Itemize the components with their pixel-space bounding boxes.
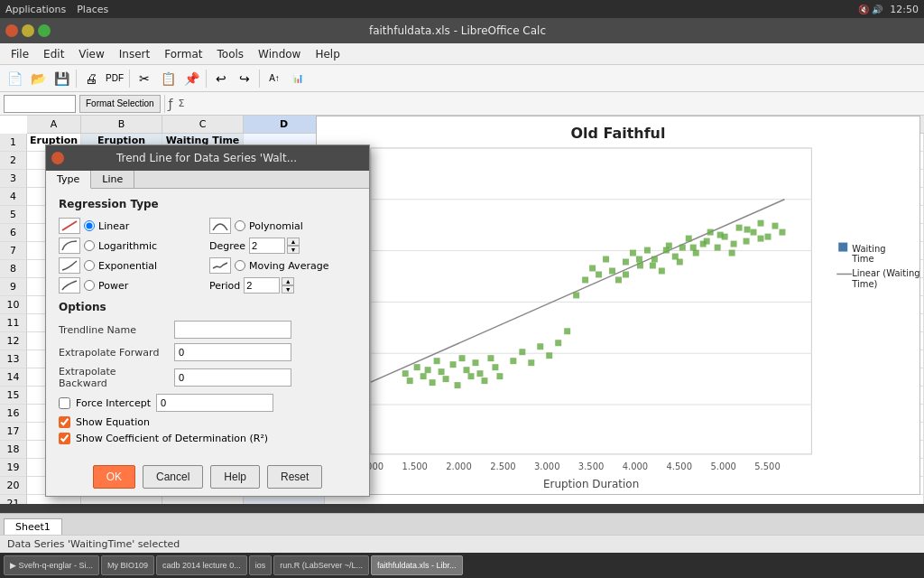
svg-text:3.500: 3.500 (578, 461, 605, 471)
taskbar-btn-6[interactable]: faithfuldata.xls - Libr... (371, 555, 463, 575)
taskbar-btn-1[interactable]: ▶ Svefn-q-englar - Si... (4, 555, 99, 575)
menu-help[interactable]: Help (308, 46, 346, 62)
trendline-dialog[interactable]: Trend Line for Data Series 'Walt... Type… (45, 144, 370, 497)
undo-button[interactable]: ↩ (210, 68, 232, 89)
menu-file[interactable]: File (4, 46, 36, 62)
save-button[interactable]: 💾 (51, 68, 72, 89)
svg-rect-51 (609, 267, 615, 274)
menu-view[interactable]: View (71, 46, 111, 62)
degree-input[interactable]: 2 (249, 238, 285, 254)
row-num-9: 9 (0, 278, 26, 296)
places-menu[interactable]: Places (77, 4, 108, 15)
svg-rect-74 (772, 223, 778, 229)
svg-rect-38 (459, 355, 466, 361)
legend-waiting-time-icon (838, 243, 847, 252)
svg-rect-72 (758, 220, 764, 227)
row-num-16: 16 (0, 405, 26, 423)
sum-icon[interactable]: Σ (179, 98, 185, 109)
taskbar-btn-4[interactable]: ios (249, 555, 273, 575)
force-intercept-checkbox[interactable] (59, 397, 70, 409)
svg-rect-30 (420, 373, 427, 379)
svg-rect-62 (686, 236, 692, 242)
period-down[interactable]: ▼ (282, 285, 294, 294)
window-close-button[interactable] (5, 24, 18, 37)
reset-button[interactable]: Reset (267, 465, 322, 489)
radio-exponential[interactable] (84, 260, 95, 271)
options-section: Options Trendline Name Extrapolate Forwa… (59, 301, 356, 444)
print-button[interactable]: 🖨 (80, 68, 102, 89)
format-selection-button[interactable]: Format Selection (79, 95, 161, 113)
trendline-name-label: Trendline Name (59, 324, 167, 336)
cell-e21[interactable] (325, 495, 924, 504)
cell-reference-input[interactable] (4, 95, 76, 113)
row-num-18: 18 (0, 441, 26, 459)
svg-rect-55 (637, 263, 643, 269)
menu-edit[interactable]: Edit (36, 46, 71, 62)
svg-rect-40 (468, 373, 475, 379)
radio-linear[interactable] (84, 220, 95, 231)
trendline-name-input[interactable] (174, 321, 291, 339)
force-intercept-input[interactable] (156, 394, 273, 412)
svg-rect-81 (690, 245, 697, 251)
sheet-tab-1[interactable]: Sheet1 (4, 518, 62, 535)
chart-button[interactable]: 📊 (287, 68, 309, 89)
regression-moving-average: Moving Average (209, 257, 356, 274)
cut-button[interactable]: ✂ (134, 68, 155, 89)
window-maximize-button[interactable] (38, 24, 51, 37)
help-button[interactable]: Help (210, 465, 260, 489)
formula-bar: Format Selection ƒ Σ (0, 92, 924, 116)
period-input[interactable] (244, 277, 280, 294)
cancel-button[interactable]: Cancel (143, 465, 203, 489)
dialog-close-button[interactable] (51, 152, 64, 164)
svg-rect-45 (492, 364, 498, 370)
row-num-6: 6 (0, 224, 26, 242)
svg-text:4.000: 4.000 (623, 461, 649, 471)
svg-rect-83 (717, 232, 724, 238)
menu-format[interactable]: Format (157, 46, 209, 62)
open-button[interactable]: 📂 (27, 68, 49, 89)
new-button[interactable]: 📄 (4, 68, 25, 89)
radio-polynomial[interactable] (235, 220, 245, 231)
taskbar-btn-2[interactable]: My BIO109 (101, 555, 154, 575)
degree-up[interactable]: ▲ (287, 238, 300, 246)
sort-asc-button[interactable]: A↑ (263, 68, 285, 89)
formula-input[interactable] (189, 95, 920, 113)
redo-button[interactable]: ↪ (234, 68, 255, 89)
svg-text:Time: Time (851, 255, 873, 265)
row-num-19: 19 (0, 459, 26, 477)
taskbar-btn-3[interactable]: cadb 2014 lecture 0... (156, 555, 247, 575)
dialog-tabs: Type Line (46, 171, 369, 189)
radio-logarithmic[interactable] (84, 240, 95, 251)
label-power: Power (98, 280, 128, 292)
taskbar-btn-5[interactable]: run.R (LabServer ~/L... (273, 555, 369, 575)
copy-button[interactable]: 📋 (157, 68, 179, 89)
dialog-tab-line[interactable]: Line (91, 171, 134, 188)
menu-window[interactable]: Window (251, 46, 308, 62)
function-wizard-icon[interactable]: ƒ (169, 97, 173, 111)
applications-menu[interactable]: Applications (5, 4, 66, 15)
svg-rect-0 (371, 148, 812, 454)
menu-insert[interactable]: Insert (112, 46, 157, 62)
col-header-b: B (81, 116, 162, 133)
svg-rect-75 (779, 229, 785, 236)
paste-button[interactable]: 📌 (180, 68, 202, 89)
degree-down[interactable]: ▼ (287, 246, 300, 254)
regression-grid: Linear Polynomial Logarithmic (59, 218, 356, 294)
extrapolate-backward-input[interactable] (174, 368, 291, 387)
dialog-title-bar: Trend Line for Data Series 'Walt... (46, 145, 369, 171)
extrapolate-forward-input[interactable] (174, 343, 291, 361)
ok-button[interactable]: OK (93, 465, 135, 489)
period-up[interactable]: ▲ (282, 277, 294, 285)
chart-container: Old Faithful 120 100 80 60 40 20 (316, 116, 920, 495)
pdf-button[interactable]: PDF (104, 68, 125, 89)
top-bar: Applications Places 🔇 🔊 12:50 (0, 0, 924, 18)
show-equation-checkbox[interactable] (59, 416, 70, 428)
radio-moving-average[interactable] (235, 260, 245, 271)
period-row: Period ▲ ▼ (209, 277, 356, 294)
show-r-squared-checkbox[interactable] (59, 433, 70, 444)
radio-power[interactable] (84, 280, 95, 291)
dialog-tab-type[interactable]: Type (46, 171, 91, 189)
menu-tools[interactable]: Tools (210, 46, 252, 62)
svg-rect-90 (537, 343, 543, 350)
window-minimize-button[interactable] (22, 24, 34, 37)
